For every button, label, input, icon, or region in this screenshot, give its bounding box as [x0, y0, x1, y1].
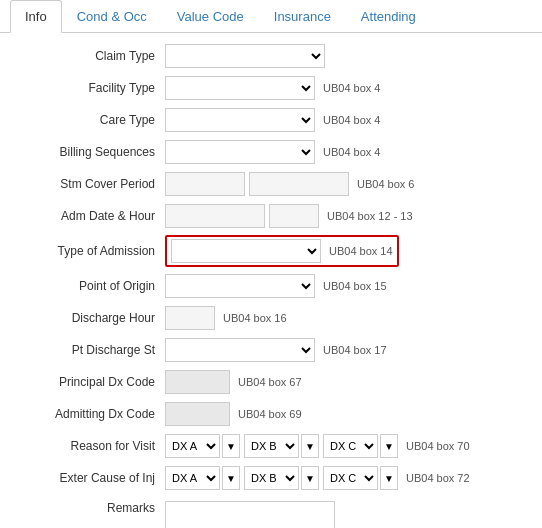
exter-cause-inj-ub: UB04 box 72 — [406, 472, 470, 484]
type-of-admission-highlight: UB04 box 14 — [165, 235, 399, 267]
exter-dx-b-select[interactable]: DX B — [244, 466, 299, 490]
tab-bar: Info Cond & Occ Value Code Insurance Att… — [0, 0, 542, 33]
claim-type-select[interactable] — [165, 44, 325, 68]
principal-dx-code-controls: UB04 box 67 — [165, 370, 522, 394]
exter-dx-c-btn[interactable]: ▼ — [380, 466, 398, 490]
stm-cover-period-input1[interactable] — [165, 172, 245, 196]
principal-dx-code-label: Principal Dx Code — [20, 375, 165, 389]
adm-date-hour-row: Adm Date & Hour UB04 box 12 - 13 — [20, 203, 522, 229]
facility-type-label: Facility Type — [20, 81, 165, 95]
discharge-hour-ub: UB04 box 16 — [223, 312, 287, 324]
claim-type-label: Claim Type — [20, 49, 165, 63]
principal-dx-code-row: Principal Dx Code UB04 box 67 — [20, 369, 522, 395]
pt-discharge-st-label: Pt Discharge St — [20, 343, 165, 357]
reason-dx-a-select[interactable]: DX A — [165, 434, 220, 458]
tab-value-code[interactable]: Value Code — [162, 0, 259, 33]
adm-date-hour-label: Adm Date & Hour — [20, 209, 165, 223]
claim-type-controls — [165, 44, 522, 68]
type-of-admission-controls: UB04 box 14 — [165, 235, 522, 267]
admitting-dx-code-input[interactable] — [165, 402, 230, 426]
remarks-controls: UB04 box 80 — [165, 501, 522, 528]
facility-type-controls: UB04 box 4 — [165, 76, 522, 100]
exter-dx-c-select[interactable]: DX C — [323, 466, 378, 490]
adm-date-input[interactable] — [165, 204, 265, 228]
type-of-admission-label: Type of Admission — [20, 244, 165, 258]
pt-discharge-st-select[interactable] — [165, 338, 315, 362]
point-of-origin-ub: UB04 box 15 — [323, 280, 387, 292]
admitting-dx-code-ub: UB04 box 69 — [238, 408, 302, 420]
tab-attending[interactable]: Attending — [346, 0, 431, 33]
care-type-label: Care Type — [20, 113, 165, 127]
stm-cover-period-ub: UB04 box 6 — [357, 178, 414, 190]
reason-for-visit-ub: UB04 box 70 — [406, 440, 470, 452]
adm-hour-input[interactable] — [269, 204, 319, 228]
claim-type-row: Claim Type — [20, 43, 522, 69]
type-of-admission-row: Type of Admission UB04 box 14 — [20, 235, 522, 267]
reason-for-visit-row: Reason for Visit DX A ▼ DX B ▼ DX C ▼ U — [20, 433, 522, 459]
stm-cover-period-label: Stm Cover Period — [20, 177, 165, 191]
point-of-origin-select[interactable] — [165, 274, 315, 298]
facility-type-select[interactable] — [165, 76, 315, 100]
tab-insurance[interactable]: Insurance — [259, 0, 346, 33]
facility-type-ub: UB04 box 4 — [323, 82, 380, 94]
reason-dx-c-group: DX C ▼ — [323, 434, 398, 458]
exter-cause-inj-row: Exter Cause of Inj DX A ▼ DX B ▼ DX C ▼ — [20, 465, 522, 491]
billing-sequences-label: Billing Sequences — [20, 145, 165, 159]
billing-sequences-select[interactable] — [165, 140, 315, 164]
reason-dx-b-btn[interactable]: ▼ — [301, 434, 319, 458]
admitting-dx-code-row: Admitting Dx Code UB04 box 69 — [20, 401, 522, 427]
exter-cause-inj-label: Exter Cause of Inj — [20, 471, 165, 485]
billing-sequences-ub: UB04 box 4 — [323, 146, 380, 158]
reason-dx-c-select[interactable]: DX C — [323, 434, 378, 458]
tab-info[interactable]: Info — [10, 0, 62, 33]
reason-dx-a-group: DX A ▼ — [165, 434, 240, 458]
point-of-origin-label: Point of Origin — [20, 279, 165, 293]
pt-discharge-st-row: Pt Discharge St UB04 box 17 — [20, 337, 522, 363]
admitting-dx-code-label: Admitting Dx Code — [20, 407, 165, 421]
principal-dx-code-input[interactable] — [165, 370, 230, 394]
point-of-origin-row: Point of Origin UB04 box 15 — [20, 273, 522, 299]
type-of-admission-select[interactable] — [171, 239, 321, 263]
adm-date-hour-controls: UB04 box 12 - 13 — [165, 204, 522, 228]
care-type-ub: UB04 box 4 — [323, 114, 380, 126]
billing-sequences-row: Billing Sequences UB04 box 4 — [20, 139, 522, 165]
discharge-hour-row: Discharge Hour UB04 box 16 — [20, 305, 522, 331]
reason-for-visit-label: Reason for Visit — [20, 439, 165, 453]
remarks-label: Remarks — [20, 501, 165, 515]
care-type-controls: UB04 box 4 — [165, 108, 522, 132]
stm-cover-period-controls: UB04 box 6 — [165, 172, 522, 196]
stm-cover-period-input2[interactable] — [249, 172, 349, 196]
remarks-textarea[interactable] — [165, 501, 335, 528]
principal-dx-code-ub: UB04 box 67 — [238, 376, 302, 388]
reason-dx-b-select[interactable]: DX B — [244, 434, 299, 458]
exter-cause-inj-controls: DX A ▼ DX B ▼ DX C ▼ UB04 box 72 — [165, 466, 522, 490]
billing-sequences-controls: UB04 box 4 — [165, 140, 522, 164]
facility-type-row: Facility Type UB04 box 4 — [20, 75, 522, 101]
exter-dx-a-select[interactable]: DX A — [165, 466, 220, 490]
stm-cover-period-row: Stm Cover Period UB04 box 6 — [20, 171, 522, 197]
exter-dx-b-btn[interactable]: ▼ — [301, 466, 319, 490]
adm-date-hour-ub: UB04 box 12 - 13 — [327, 210, 413, 222]
type-of-admission-ub: UB04 box 14 — [329, 245, 393, 257]
care-type-row: Care Type UB04 box 4 — [20, 107, 522, 133]
tab-cond-occ[interactable]: Cond & Occ — [62, 0, 162, 33]
exter-dx-a-group: DX A ▼ — [165, 466, 240, 490]
pt-discharge-st-controls: UB04 box 17 — [165, 338, 522, 362]
point-of-origin-controls: UB04 box 15 — [165, 274, 522, 298]
discharge-hour-input[interactable] — [165, 306, 215, 330]
care-type-select[interactable] — [165, 108, 315, 132]
exter-dx-c-group: DX C ▼ — [323, 466, 398, 490]
admitting-dx-code-controls: UB04 box 69 — [165, 402, 522, 426]
remarks-row: Remarks UB04 box 80 — [20, 497, 522, 528]
reason-dx-c-btn[interactable]: ▼ — [380, 434, 398, 458]
reason-dx-a-btn[interactable]: ▼ — [222, 434, 240, 458]
pt-discharge-st-ub: UB04 box 17 — [323, 344, 387, 356]
exter-dx-b-group: DX B ▼ — [244, 466, 319, 490]
reason-for-visit-controls: DX A ▼ DX B ▼ DX C ▼ UB04 box 70 — [165, 434, 522, 458]
form-body: Claim Type Facility Type UB04 box 4 Care… — [0, 33, 542, 528]
reason-dx-b-group: DX B ▼ — [244, 434, 319, 458]
discharge-hour-controls: UB04 box 16 — [165, 306, 522, 330]
discharge-hour-label: Discharge Hour — [20, 311, 165, 325]
exter-dx-a-btn[interactable]: ▼ — [222, 466, 240, 490]
